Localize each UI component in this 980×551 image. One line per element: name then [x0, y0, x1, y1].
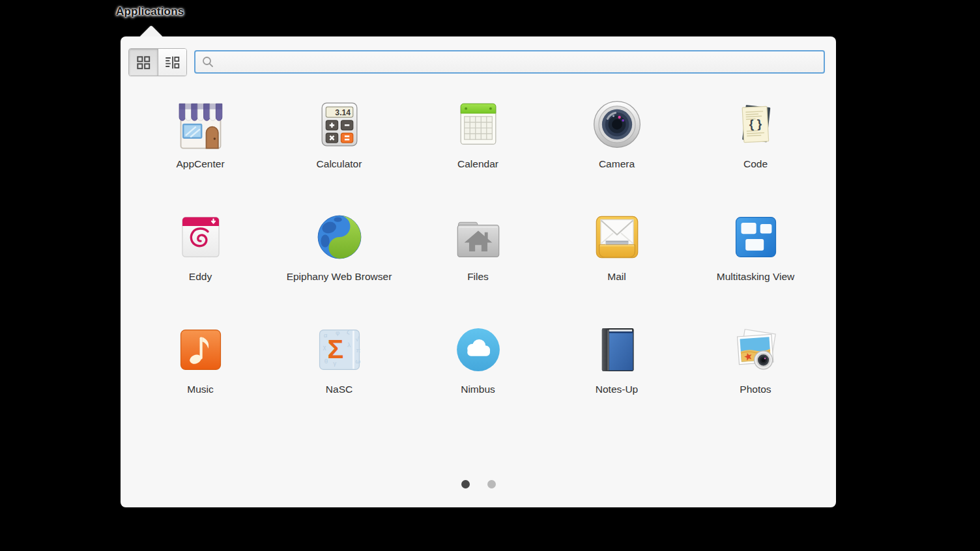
- app-label: Code: [743, 158, 768, 170]
- app-item-files[interactable]: Files: [409, 209, 547, 322]
- multitasking-view-icon: [730, 212, 781, 262]
- app-label: Calendar: [457, 158, 498, 170]
- category-view-button[interactable]: [158, 49, 187, 76]
- camera-icon: [592, 99, 642, 150]
- appcenter-icon: [175, 99, 226, 150]
- app-label: Photos: [740, 384, 771, 395]
- search-input[interactable]: [194, 50, 825, 74]
- view-mode-switcher: [128, 48, 187, 76]
- grid-view-icon: [135, 54, 152, 71]
- grid-view-button[interactable]: [129, 49, 158, 76]
- code-icon: { }: [730, 99, 781, 150]
- search-field: [194, 50, 825, 74]
- nimbus-cloud-icon: [453, 324, 504, 375]
- app-item-mail[interactable]: Mail: [547, 209, 686, 322]
- photos-icon: [730, 324, 781, 375]
- app-item-appcenter[interactable]: AppCenter: [131, 96, 270, 209]
- applications-panel-button[interactable]: Applications: [116, 5, 184, 18]
- app-label: Nimbus: [461, 384, 495, 395]
- svg-text:3.14: 3.14: [335, 108, 351, 117]
- category-view-icon: [164, 54, 180, 71]
- app-label: Mail: [607, 271, 626, 283]
- app-item-music[interactable]: Music: [131, 322, 270, 434]
- epiphany-globe-icon: [314, 212, 365, 262]
- svg-text:ζ: ζ: [346, 328, 349, 335]
- app-label: AppCenter: [176, 158, 224, 170]
- app-label: Music: [187, 384, 213, 395]
- app-item-code[interactable]: { } Code: [686, 96, 825, 209]
- files-folder-icon: [453, 212, 504, 262]
- calculator-icon: 3.14: [314, 99, 365, 150]
- calendar-icon: [453, 99, 504, 150]
- svg-text:√: √: [355, 335, 359, 343]
- app-item-notes-up[interactable]: Notes-Up: [547, 322, 686, 434]
- notes-up-book-icon: [592, 324, 642, 375]
- app-label: Calculator: [317, 158, 362, 170]
- app-item-photos[interactable]: Photos: [686, 322, 825, 434]
- app-item-calculator[interactable]: 3.14 Calculator: [270, 96, 409, 209]
- svg-text:λ: λ: [347, 341, 351, 348]
- music-note-icon: [175, 324, 226, 375]
- svg-text:ω: ω: [355, 358, 360, 365]
- app-label: Camera: [599, 158, 635, 170]
- app-item-epiphany[interactable]: Epiphany Web Browser: [270, 209, 409, 322]
- app-label: Multitasking View: [717, 271, 794, 283]
- app-label: Eddy: [189, 271, 212, 283]
- svg-text:{ }: { }: [749, 117, 762, 131]
- app-item-multitasking-view[interactable]: Multitasking View: [686, 209, 825, 322]
- svg-text:Σ: Σ: [327, 333, 343, 364]
- app-grid: AppCenter 3.14: [131, 96, 825, 434]
- nasc-sigma-icon: α φ ζ χ λ √ π θ γ ω Σ: [314, 324, 365, 375]
- app-label: NaSC: [326, 384, 353, 395]
- app-label: Files: [467, 271, 489, 283]
- svg-text:π: π: [356, 346, 360, 354]
- app-item-eddy[interactable]: Eddy: [131, 209, 270, 322]
- eddy-icon: [175, 212, 226, 262]
- app-item-nasc[interactable]: α φ ζ χ λ √ π θ γ ω Σ NaSC: [270, 322, 409, 434]
- app-label: Notes-Up: [596, 384, 638, 395]
- app-label: Epiphany Web Browser: [287, 271, 392, 283]
- mail-icon: [592, 212, 642, 262]
- svg-text:χ: χ: [323, 343, 326, 350]
- page-dot-2[interactable]: [487, 480, 496, 488]
- page-indicator: [121, 480, 836, 488]
- app-item-camera[interactable]: Camera: [547, 96, 686, 209]
- page-dot-1[interactable]: [461, 480, 470, 488]
- app-launcher-popover: AppCenter 3.14: [121, 36, 836, 507]
- app-item-calendar[interactable]: Calendar: [409, 96, 547, 209]
- app-item-nimbus[interactable]: Nimbus: [409, 322, 547, 434]
